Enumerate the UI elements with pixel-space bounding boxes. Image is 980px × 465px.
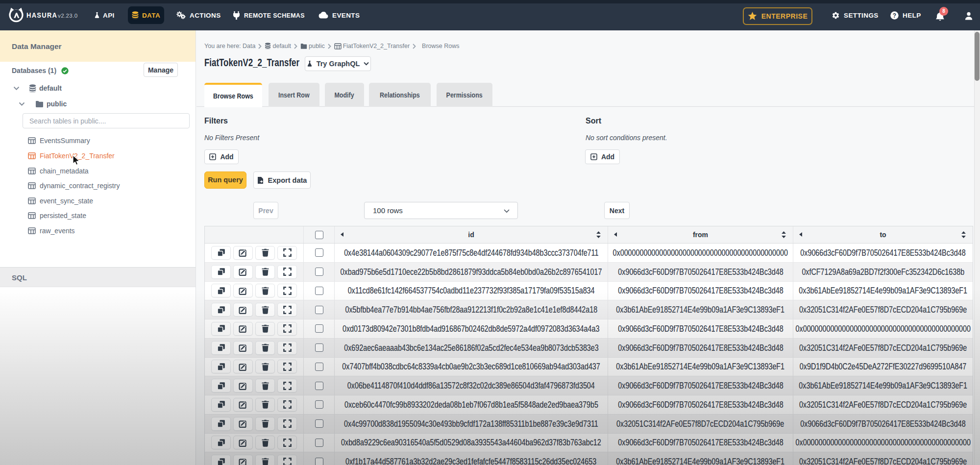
svg-text:?: ? xyxy=(893,12,897,19)
